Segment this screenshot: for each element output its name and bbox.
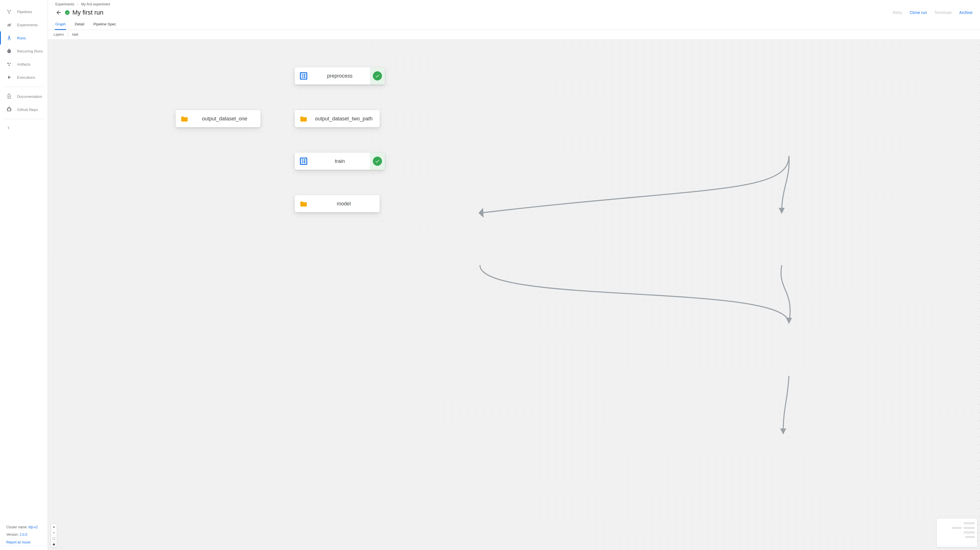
- graph-node-status: [370, 67, 385, 84]
- zoom-in-button[interactable]: +: [51, 524, 57, 530]
- sidebar-item-label: Documentation: [17, 94, 42, 99]
- sidebar: Pipelines Experiments Runs Recurring Run…: [0, 0, 48, 550]
- svg-point-1: [10, 10, 11, 11]
- check-icon: [66, 11, 69, 14]
- version-label: Version:: [6, 532, 19, 537]
- graph-node-label: preprocess: [312, 73, 367, 79]
- sidebar-footer: Cluster name: kfp-v2 Version: 2.0.0 Repo…: [0, 523, 48, 550]
- artifact-icon: [299, 115, 308, 123]
- tab-pipeline-spec[interactable]: Pipeline Spec: [93, 19, 116, 30]
- github-icon: [6, 107, 12, 112]
- sidebar-item-label: Executions: [17, 75, 35, 80]
- sidebar-item-recurring-runs[interactable]: Recurring Runs: [0, 45, 48, 57]
- experiments-icon: [6, 22, 12, 28]
- svg-point-2: [9, 13, 10, 13]
- svg-point-0: [7, 10, 8, 11]
- breadcrumb-bar: Experiments › My first experiment: [48, 0, 980, 7]
- svg-point-7: [8, 65, 10, 66]
- sidebar-item-label: Github Repo: [17, 108, 38, 112]
- sidebar-nav: Pipelines Experiments Runs Recurring Run…: [0, 0, 48, 134]
- terminate-button[interactable]: Terminate: [934, 10, 952, 15]
- chevron-left-icon: [6, 126, 11, 130]
- page-title: My first run: [72, 9, 103, 16]
- recurring-runs-icon: [6, 48, 12, 54]
- arrow-back-icon: [56, 10, 62, 16]
- layers-label: Layers: [54, 32, 64, 37]
- lock-icon: [52, 543, 56, 546]
- sidebar-item-github[interactable]: Github Repo: [0, 103, 48, 116]
- fit-icon: [52, 537, 56, 540]
- tab-graph[interactable]: Graph: [55, 19, 65, 30]
- graph-node-label: train: [312, 158, 367, 164]
- sidebar-item-executions[interactable]: Executions: [0, 71, 48, 84]
- success-icon: [373, 156, 382, 166]
- sidebar-item-experiments[interactable]: Experiments: [0, 18, 48, 31]
- report-issue-link[interactable]: Report an Issue: [6, 540, 30, 544]
- sidebar-collapse-button[interactable]: [0, 122, 48, 134]
- svg-point-6: [10, 63, 11, 64]
- sidebar-item-artifacts[interactable]: Artifacts: [0, 57, 48, 71]
- graph-node-model[interactable]: model: [295, 195, 380, 212]
- task-icon: [299, 157, 308, 166]
- cluster-label: Cluster name:: [6, 525, 28, 529]
- version-link[interactable]: 2.0.0: [20, 532, 27, 537]
- breadcrumb-experiment-name[interactable]: My first experiment: [81, 2, 110, 6]
- sidebar-item-documentation[interactable]: Documentation: [0, 90, 48, 103]
- sidebar-item-label: Runs: [17, 36, 25, 40]
- breadcrumbs: Experiments › My first experiment: [55, 2, 973, 7]
- graph-node-dataset-two[interactable]: output_dataset_two_path: [295, 110, 380, 127]
- sidebar-item-pipelines[interactable]: Pipelines: [0, 5, 48, 18]
- sidebar-item-runs[interactable]: Runs: [0, 31, 48, 45]
- sidebar-item-label: Artifacts: [17, 62, 30, 67]
- graph-canvas-wrap: preprocess output_dataset_one: [48, 39, 980, 550]
- minimap[interactable]: [937, 519, 977, 547]
- zoom-fit-button[interactable]: [51, 536, 57, 541]
- executions-icon: [6, 75, 12, 80]
- zoom-lock-button[interactable]: [51, 541, 57, 547]
- cluster-link[interactable]: kfp-v2: [29, 525, 38, 529]
- retry-button[interactable]: Retry: [893, 10, 902, 15]
- header-actions: Retry Clone run Terminate Archive: [893, 10, 973, 15]
- title-row: My first run Retry Clone run Terminate A…: [48, 7, 980, 19]
- task-icon: [299, 72, 308, 80]
- tab-detail[interactable]: Detail: [75, 19, 84, 30]
- layers-root[interactable]: root: [72, 32, 78, 37]
- breadcrumb-separator: ›: [77, 2, 78, 6]
- graph-node-label: output_dataset_two_path: [312, 116, 375, 122]
- layers-row: Layers root: [48, 30, 980, 39]
- svg-point-5: [7, 63, 9, 64]
- breadcrumb-experiments[interactable]: Experiments: [55, 2, 75, 6]
- sidebar-item-label: Experiments: [17, 23, 38, 27]
- sidebar-separator: [3, 87, 44, 87]
- zoom-controls: + −: [51, 524, 57, 547]
- pipelines-icon: [6, 9, 12, 14]
- layers-separator: [68, 32, 68, 37]
- tabbar: Graph Detail Pipeline Spec: [48, 19, 980, 30]
- main: Experiments › My first experiment My fir…: [48, 0, 980, 550]
- artifacts-icon: [6, 61, 12, 67]
- zoom-out-button[interactable]: −: [51, 530, 57, 536]
- graph-node-status: [370, 153, 385, 170]
- graph-node-label: output_dataset_one: [193, 116, 256, 122]
- back-button[interactable]: [55, 9, 62, 16]
- runs-icon: [6, 35, 12, 41]
- run-status-badge: [65, 10, 70, 15]
- artifact-icon: [180, 115, 189, 123]
- documentation-icon: [6, 94, 12, 99]
- graph-node-dataset-one[interactable]: output_dataset_one: [176, 110, 261, 127]
- graph-canvas[interactable]: preprocess output_dataset_one: [48, 39, 980, 550]
- clone-run-button[interactable]: Clone run: [910, 10, 927, 15]
- archive-button[interactable]: Archive: [959, 10, 973, 15]
- graph-node-label: model: [312, 201, 375, 207]
- sidebar-item-label: Pipelines: [17, 10, 32, 14]
- graph-node-train[interactable]: train: [295, 153, 385, 170]
- sidebar-item-label: Recurring Runs: [17, 49, 43, 53]
- artifact-icon: [299, 199, 308, 208]
- success-icon: [373, 71, 382, 80]
- graph-node-preprocess[interactable]: preprocess: [295, 67, 385, 84]
